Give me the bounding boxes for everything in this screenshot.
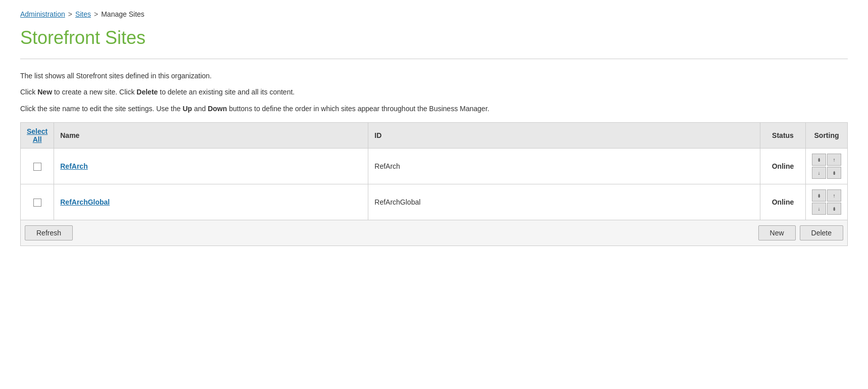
col-header-name: Name bbox=[54, 123, 368, 149]
desc-line1: The list shows all Storefront sites defi… bbox=[20, 70, 848, 81]
refresh-button[interactable]: Refresh bbox=[25, 225, 73, 240]
desc-new-bold: New bbox=[37, 88, 52, 96]
site-name-link[interactable]: RefArch bbox=[60, 162, 87, 170]
select-all-link[interactable]: Select All bbox=[27, 127, 47, 143]
sorting-buttons-group: ⇟↑↓⇟ bbox=[812, 189, 841, 215]
page-title: Storefront Sites bbox=[20, 27, 848, 48]
sort-down-button[interactable]: ↓ bbox=[812, 203, 826, 215]
row-status-cell: Online bbox=[760, 184, 806, 220]
col-header-select: Select All bbox=[21, 123, 54, 149]
row-status-cell: Online bbox=[760, 149, 806, 184]
sort-top-button[interactable]: ⇟ bbox=[812, 154, 826, 166]
row-select-cell bbox=[21, 149, 54, 184]
breadcrumb: Administration > Sites > Manage Sites bbox=[20, 10, 848, 18]
sort-up-button[interactable]: ↑ bbox=[827, 154, 841, 166]
row-sorting-cell: ⇟↑↓⇟ bbox=[806, 184, 848, 220]
breadcrumb-sep1: > bbox=[68, 10, 72, 18]
col-header-id: ID bbox=[368, 123, 760, 149]
section-divider bbox=[20, 59, 848, 59]
sort-bottom-button[interactable]: ⇟ bbox=[827, 203, 841, 215]
delete-button[interactable]: Delete bbox=[800, 225, 843, 240]
desc-line2: Click New to create a new site. Click De… bbox=[20, 86, 848, 98]
row-id-cell: RefArch bbox=[368, 149, 760, 184]
row-sorting-cell: ⇟↑↓⇟ bbox=[806, 149, 848, 184]
table-header-row: Select All Name ID Status Sorting bbox=[21, 123, 848, 149]
footer-right: New Delete bbox=[758, 225, 843, 240]
sort-bottom-button[interactable]: ⇟ bbox=[827, 167, 841, 179]
sorting-buttons-group: ⇟↑↓⇟ bbox=[812, 154, 841, 179]
row-name-cell: RefArchGlobal bbox=[54, 184, 368, 220]
col-header-status: Status bbox=[760, 123, 806, 149]
site-name-link[interactable]: RefArchGlobal bbox=[60, 198, 110, 206]
row-checkbox[interactable] bbox=[33, 199, 41, 207]
footer-left: Refresh bbox=[25, 225, 73, 240]
breadcrumb-current: Manage Sites bbox=[101, 10, 144, 18]
table-row: RefArchRefArchOnline⇟↑↓⇟ bbox=[21, 149, 848, 184]
desc-delete-bold: Delete bbox=[136, 88, 158, 96]
row-name-cell: RefArch bbox=[54, 149, 368, 184]
sort-top-button[interactable]: ⇟ bbox=[812, 189, 826, 202]
breadcrumb-admin-link[interactable]: Administration bbox=[20, 10, 65, 18]
col-header-sorting: Sorting bbox=[806, 123, 848, 149]
row-select-cell bbox=[21, 184, 54, 220]
table-row: RefArchGlobalRefArchGlobalOnline⇟↑↓⇟ bbox=[21, 184, 848, 220]
breadcrumb-sites-link[interactable]: Sites bbox=[75, 10, 91, 18]
desc-line3: Click the site name to edit the site set… bbox=[20, 103, 848, 114]
sort-up-button[interactable]: ↑ bbox=[827, 189, 841, 202]
breadcrumb-sep2: > bbox=[94, 10, 98, 18]
row-checkbox[interactable] bbox=[33, 163, 41, 171]
description-block: The list shows all Storefront sites defi… bbox=[20, 70, 848, 114]
desc-up-bold: Up bbox=[182, 105, 192, 113]
sort-down-button[interactable]: ↓ bbox=[812, 167, 826, 179]
new-button[interactable]: New bbox=[758, 225, 796, 240]
row-id-cell: RefArchGlobal bbox=[368, 184, 760, 220]
desc-down-bold: Down bbox=[208, 105, 227, 113]
sites-table: Select All Name ID Status Sorting RefArc… bbox=[20, 122, 848, 220]
table-footer: Refresh New Delete bbox=[20, 220, 848, 246]
